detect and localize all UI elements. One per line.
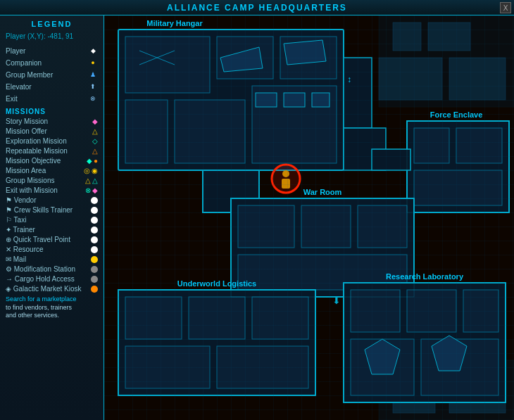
mission-items: Story Mission◆Mission Offer△Exploration … [6,117,98,194]
svg-text:Force Enclave: Force Enclave [430,110,483,119]
svg-rect-46 [407,290,456,332]
legend-service-item: ⊕ Quick Travel Point [6,236,98,243]
player-coords: Player (X,Y): -481, 91 [6,32,98,40]
legend-basic-item: Elevator⬆ [6,82,98,91]
svg-marker-19 [284,40,326,65]
legend-mission-item: Mission Area◎◉ [6,167,98,174]
svg-rect-32 [238,205,294,248]
svg-text:Research Laboratory: Research Laboratory [386,272,464,281]
svg-rect-3 [428,23,470,51]
svg-rect-59 [282,179,290,189]
svg-rect-14 [175,100,245,163]
map-svg: ⬇ Military Hangar War Room Force Enclave… [104,15,514,420]
svg-text:⬇: ⬇ [332,295,341,306]
svg-rect-30 [372,149,410,170]
basic-items: Player◆Companion●Group Member♟Elevator⬆E… [6,46,98,103]
svg-rect-27 [414,128,449,163]
svg-rect-34 [358,205,407,248]
legend-panel: LEGEND Player (X,Y): -481, 91 Player◆Com… [0,15,104,420]
svg-rect-21 [284,93,305,107]
legend-service-item: ⚑ Vendor [6,196,98,204]
svg-rect-13 [125,100,168,163]
svg-rect-33 [301,205,351,248]
svg-rect-5 [449,58,506,100]
svg-rect-2 [393,23,421,51]
svg-rect-24 [344,58,372,128]
svg-rect-4 [379,58,442,100]
svg-point-58 [282,170,289,177]
svg-rect-42 [125,346,210,388]
legend-mission-item: Mission Offer△ [6,127,98,135]
svg-rect-47 [463,290,499,332]
legend-basic-item: Exit⊗ [6,94,98,103]
svg-rect-29 [414,170,502,205]
legend-service-item: ◈ Galactic Market Kiosk [6,285,98,293]
svg-rect-28 [456,128,502,163]
legend-service-item: ✕ Resource [6,246,98,253]
legend-mission-item: Repeatable Mission△ [6,147,98,155]
legend-service-item: ⚙ Modification Station [6,265,98,273]
highlight-link: Search for a marketplace [6,295,77,303]
svg-text:Underworld Logistics: Underworld Logistics [177,279,256,288]
legend-service-item: ⚐ Taxi [6,216,98,224]
legend-mission-item: Mission Objective◆● [6,157,98,165]
legend-basic-item: Player◆ [6,46,98,56]
services-items: ⚑ Vendor⚑ Crew Skills Trainer⚐ Taxi✦ Tra… [6,196,98,293]
window-title: ALLIANCE CAMP HEADQUARTERS [167,3,347,13]
legend-service-item: ⚑ Crew Skills Trainer [6,206,98,214]
legend-mission-item: Story Mission◆ [6,117,98,125]
close-button[interactable]: X [500,2,511,13]
legend-service-item: ✉ Mail [6,255,98,263]
svg-rect-43 [217,346,308,388]
svg-text:↕: ↕ [347,75,351,84]
svg-text:Military Hangar: Military Hangar [146,19,203,27]
map-area: ⬇ Military Hangar War Room Force Enclave… [104,15,514,420]
missions-header: MISSIONS [6,108,98,115]
legend-basic-item: Companion● [6,58,98,68]
svg-rect-40 [189,297,245,339]
legend-mission-item: Exploration Mission◇ [6,137,98,145]
svg-rect-39 [125,297,182,339]
legend-mission-item: Exit with Mission⊗◆ [6,186,98,194]
svg-text:War Room: War Room [303,188,342,196]
svg-rect-22 [312,93,330,107]
tooltip-text: Search for a marketplace to find vendors… [6,295,98,320]
svg-rect-20 [256,93,277,107]
legend-service-item: ✦ Trainer [6,226,98,234]
legend-service-item: → Cargo Hold Access [6,275,98,283]
titlebar: ALLIANCE CAMP HEADQUARTERS X [0,0,514,15]
legend-basic-item: Group Member♟ [6,70,98,79]
svg-rect-10 [125,37,210,93]
svg-rect-45 [351,290,400,332]
legend-title: LEGEND [6,20,98,28]
legend-mission-item: Group Missions△△ [6,177,98,184]
svg-rect-41 [252,297,308,339]
